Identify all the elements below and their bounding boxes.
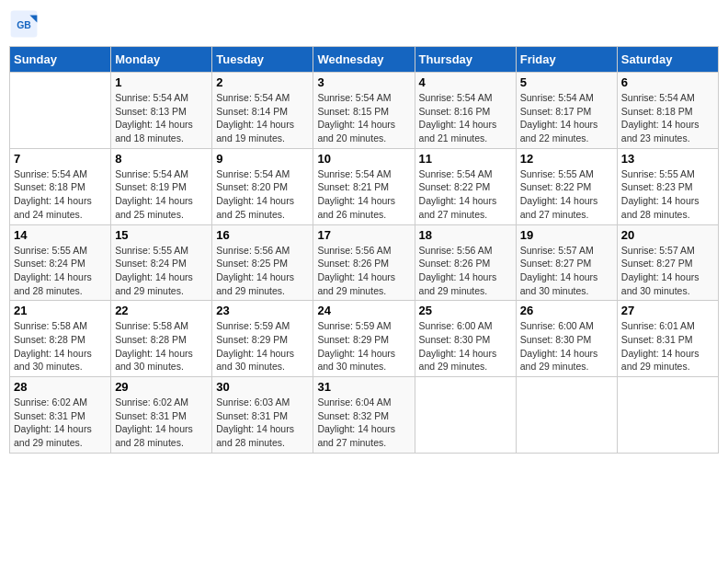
header-row: SundayMondayTuesdayWednesdayThursdayFrid… bbox=[10, 47, 719, 73]
day-number: 22 bbox=[115, 304, 208, 317]
day-cell bbox=[617, 377, 718, 454]
day-number: 20 bbox=[621, 228, 714, 242]
week-row-2: 14Sunrise: 5:55 AM Sunset: 8:24 PM Dayli… bbox=[10, 224, 719, 301]
day-number: 25 bbox=[419, 304, 512, 317]
day-number: 4 bbox=[419, 75, 512, 89]
day-info: Sunrise: 6:03 AM Sunset: 8:31 PM Dayligh… bbox=[216, 396, 309, 450]
day-info: Sunrise: 5:59 AM Sunset: 8:29 PM Dayligh… bbox=[216, 319, 309, 373]
day-number: 24 bbox=[317, 304, 410, 317]
day-info: Sunrise: 5:54 AM Sunset: 8:15 PM Dayligh… bbox=[317, 91, 410, 145]
day-number: 30 bbox=[216, 380, 309, 394]
day-number: 28 bbox=[14, 380, 107, 394]
day-cell: 12Sunrise: 5:55 AM Sunset: 8:22 PM Dayli… bbox=[516, 148, 617, 224]
day-info: Sunrise: 6:02 AM Sunset: 8:31 PM Dayligh… bbox=[115, 396, 208, 450]
day-info: Sunrise: 5:56 AM Sunset: 8:26 PM Dayligh… bbox=[419, 244, 512, 298]
day-number: 31 bbox=[317, 380, 410, 394]
day-cell: 3Sunrise: 5:54 AM Sunset: 8:15 PM Daylig… bbox=[313, 73, 415, 149]
day-number: 14 bbox=[14, 228, 107, 242]
day-cell: 14Sunrise: 5:55 AM Sunset: 8:24 PM Dayli… bbox=[10, 224, 111, 301]
day-info: Sunrise: 5:54 AM Sunset: 8:19 PM Dayligh… bbox=[115, 167, 208, 222]
day-info: Sunrise: 5:55 AM Sunset: 8:22 PM Dayligh… bbox=[520, 167, 613, 222]
day-number: 27 bbox=[621, 304, 714, 317]
day-info: Sunrise: 5:54 AM Sunset: 8:21 PM Dayligh… bbox=[317, 167, 410, 222]
header-friday: Friday bbox=[516, 47, 617, 73]
day-info: Sunrise: 5:57 AM Sunset: 8:27 PM Dayligh… bbox=[520, 244, 613, 298]
day-number: 16 bbox=[216, 228, 309, 242]
calendar-body: 1Sunrise: 5:54 AM Sunset: 8:13 PM Daylig… bbox=[10, 73, 719, 454]
day-cell: 28Sunrise: 6:02 AM Sunset: 8:31 PM Dayli… bbox=[10, 377, 111, 454]
day-info: Sunrise: 5:54 AM Sunset: 8:18 PM Dayligh… bbox=[14, 167, 107, 222]
day-cell: 19Sunrise: 5:57 AM Sunset: 8:27 PM Dayli… bbox=[516, 224, 617, 301]
day-cell: 31Sunrise: 6:04 AM Sunset: 8:32 PM Dayli… bbox=[313, 377, 415, 454]
day-cell: 7Sunrise: 5:54 AM Sunset: 8:18 PM Daylig… bbox=[10, 148, 111, 224]
day-cell: 8Sunrise: 5:54 AM Sunset: 8:19 PM Daylig… bbox=[111, 148, 212, 224]
day-cell: 27Sunrise: 6:01 AM Sunset: 8:31 PM Dayli… bbox=[617, 301, 718, 377]
logo-icon: GB bbox=[9, 9, 39, 39]
week-row-3: 21Sunrise: 5:58 AM Sunset: 8:28 PM Dayli… bbox=[10, 301, 719, 377]
day-number: 3 bbox=[317, 75, 410, 89]
day-number: 18 bbox=[419, 228, 512, 242]
week-row-4: 28Sunrise: 6:02 AM Sunset: 8:31 PM Dayli… bbox=[10, 377, 719, 454]
day-info: Sunrise: 6:01 AM Sunset: 8:31 PM Dayligh… bbox=[621, 319, 714, 373]
day-cell: 5Sunrise: 5:54 AM Sunset: 8:17 PM Daylig… bbox=[516, 73, 617, 149]
day-cell bbox=[10, 73, 111, 149]
header-sunday: Sunday bbox=[10, 47, 111, 73]
week-row-1: 7Sunrise: 5:54 AM Sunset: 8:18 PM Daylig… bbox=[10, 148, 719, 224]
day-cell: 9Sunrise: 5:54 AM Sunset: 8:20 PM Daylig… bbox=[212, 148, 313, 224]
day-number: 12 bbox=[520, 152, 613, 166]
day-info: Sunrise: 5:55 AM Sunset: 8:24 PM Dayligh… bbox=[115, 244, 208, 298]
day-number: 5 bbox=[520, 75, 613, 89]
day-info: Sunrise: 6:02 AM Sunset: 8:31 PM Dayligh… bbox=[14, 396, 107, 450]
day-number: 23 bbox=[216, 304, 309, 317]
header-saturday: Saturday bbox=[617, 47, 718, 73]
day-number: 11 bbox=[419, 152, 512, 166]
day-cell: 17Sunrise: 5:56 AM Sunset: 8:26 PM Dayli… bbox=[313, 224, 415, 301]
day-number: 13 bbox=[621, 152, 714, 166]
page-header: GB bbox=[9, 9, 719, 39]
day-cell: 30Sunrise: 6:03 AM Sunset: 8:31 PM Dayli… bbox=[212, 377, 313, 454]
day-info: Sunrise: 6:00 AM Sunset: 8:30 PM Dayligh… bbox=[520, 319, 613, 373]
day-cell: 16Sunrise: 5:56 AM Sunset: 8:25 PM Dayli… bbox=[212, 224, 313, 301]
day-info: Sunrise: 5:54 AM Sunset: 8:18 PM Dayligh… bbox=[621, 91, 714, 145]
day-number: 2 bbox=[216, 75, 309, 89]
calendar-header: SundayMondayTuesdayWednesdayThursdayFrid… bbox=[10, 47, 719, 73]
day-info: Sunrise: 5:58 AM Sunset: 8:28 PM Dayligh… bbox=[14, 319, 107, 373]
day-info: Sunrise: 5:54 AM Sunset: 8:14 PM Dayligh… bbox=[216, 91, 309, 145]
day-info: Sunrise: 5:59 AM Sunset: 8:29 PM Dayligh… bbox=[317, 319, 410, 373]
day-info: Sunrise: 6:00 AM Sunset: 8:30 PM Dayligh… bbox=[419, 319, 512, 373]
day-cell: 11Sunrise: 5:54 AM Sunset: 8:22 PM Dayli… bbox=[415, 148, 516, 224]
day-cell: 13Sunrise: 5:55 AM Sunset: 8:23 PM Dayli… bbox=[617, 148, 718, 224]
day-number: 10 bbox=[317, 152, 410, 166]
day-info: Sunrise: 6:04 AM Sunset: 8:32 PM Dayligh… bbox=[317, 396, 410, 450]
day-cell: 26Sunrise: 6:00 AM Sunset: 8:30 PM Dayli… bbox=[516, 301, 617, 377]
header-thursday: Thursday bbox=[415, 47, 516, 73]
calendar-table: SundayMondayTuesdayWednesdayThursdayFrid… bbox=[9, 46, 719, 454]
day-number: 26 bbox=[520, 304, 613, 317]
day-cell: 6Sunrise: 5:54 AM Sunset: 8:18 PM Daylig… bbox=[617, 73, 718, 149]
day-number: 29 bbox=[115, 380, 208, 394]
day-info: Sunrise: 5:54 AM Sunset: 8:20 PM Dayligh… bbox=[216, 167, 309, 222]
day-cell: 23Sunrise: 5:59 AM Sunset: 8:29 PM Dayli… bbox=[212, 301, 313, 377]
day-number: 9 bbox=[216, 152, 309, 166]
header-wednesday: Wednesday bbox=[313, 47, 415, 73]
day-info: Sunrise: 5:56 AM Sunset: 8:25 PM Dayligh… bbox=[216, 244, 309, 298]
day-cell: 22Sunrise: 5:58 AM Sunset: 8:28 PM Dayli… bbox=[111, 301, 212, 377]
day-cell: 24Sunrise: 5:59 AM Sunset: 8:29 PM Dayli… bbox=[313, 301, 415, 377]
day-number: 15 bbox=[115, 228, 208, 242]
day-info: Sunrise: 5:54 AM Sunset: 8:16 PM Dayligh… bbox=[419, 91, 512, 145]
day-cell: 25Sunrise: 6:00 AM Sunset: 8:30 PM Dayli… bbox=[415, 301, 516, 377]
day-info: Sunrise: 5:54 AM Sunset: 8:13 PM Dayligh… bbox=[115, 91, 208, 145]
day-info: Sunrise: 5:54 AM Sunset: 8:22 PM Dayligh… bbox=[419, 167, 512, 222]
day-number: 7 bbox=[14, 152, 107, 166]
day-info: Sunrise: 5:54 AM Sunset: 8:17 PM Dayligh… bbox=[520, 91, 613, 145]
day-number: 1 bbox=[115, 75, 208, 89]
day-cell: 29Sunrise: 6:02 AM Sunset: 8:31 PM Dayli… bbox=[111, 377, 212, 454]
header-tuesday: Tuesday bbox=[212, 47, 313, 73]
logo: GB bbox=[9, 9, 42, 39]
day-cell: 20Sunrise: 5:57 AM Sunset: 8:27 PM Dayli… bbox=[617, 224, 718, 301]
header-monday: Monday bbox=[111, 47, 212, 73]
day-number: 8 bbox=[115, 152, 208, 166]
day-cell: 10Sunrise: 5:54 AM Sunset: 8:21 PM Dayli… bbox=[313, 148, 415, 224]
day-info: Sunrise: 5:57 AM Sunset: 8:27 PM Dayligh… bbox=[621, 244, 714, 298]
day-info: Sunrise: 5:55 AM Sunset: 8:24 PM Dayligh… bbox=[14, 244, 107, 298]
